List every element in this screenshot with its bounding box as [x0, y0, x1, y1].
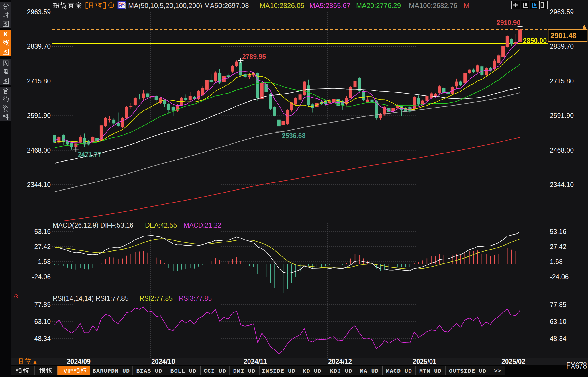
- svg-text:2715.80: 2715.80: [27, 77, 51, 85]
- svg-text:48.34: 48.34: [34, 335, 51, 342]
- svg-text:2963.59: 2963.59: [27, 8, 51, 16]
- svg-text:FX678: FX678: [566, 360, 587, 371]
- svg-text:MA(50,10,5,20,100,200) MA50:26: MA(50,10,5,20,100,200) MA50:2697.08: [128, 2, 249, 9]
- svg-text:2344.10: 2344.10: [550, 181, 574, 188]
- svg-text:2910.90: 2910.90: [497, 19, 520, 26]
- svg-text:2963.59: 2963.59: [550, 8, 574, 16]
- svg-text:2901.48: 2901.48: [550, 32, 576, 40]
- svg-text:2024/10: 2024/10: [151, 358, 175, 365]
- svg-text:63.10: 63.10: [34, 318, 51, 325]
- svg-text:MACD(26,12,9) DIFF:53.16: MACD(26,12,9) DIFF:53.16: [53, 221, 133, 229]
- svg-text:1.68: 1.68: [38, 258, 51, 265]
- svg-text:MA5:2865.67: MA5:2865.67: [309, 2, 350, 9]
- svg-text:-24.06: -24.06: [550, 273, 569, 281]
- svg-text:2025/01: 2025/01: [413, 358, 436, 365]
- svg-text:2591.90: 2591.90: [27, 112, 51, 119]
- svg-text:77.85: 77.85: [34, 301, 51, 308]
- svg-text:27.42: 27.42: [550, 243, 567, 250]
- svg-text:53.16: 53.16: [550, 228, 567, 235]
- svg-text:63.10: 63.10: [550, 318, 567, 325]
- svg-text:BIAS_UD: BIAS_UD: [136, 368, 162, 374]
- svg-text:27.42: 27.42: [34, 243, 51, 250]
- svg-text:RSI2:77.85: RSI2:77.85: [140, 295, 173, 302]
- svg-text:-24.06: -24.06: [32, 273, 51, 281]
- svg-text:VIP: VIP: [63, 367, 73, 374]
- svg-text:DEA:42.55: DEA:42.55: [145, 221, 177, 229]
- svg-text:MA_UD: MA_UD: [360, 368, 379, 374]
- svg-text:2344.10: 2344.10: [27, 181, 51, 188]
- svg-text:2024/12: 2024/12: [328, 358, 352, 365]
- svg-text:2850.00: 2850.00: [523, 37, 547, 44]
- svg-text:77.85: 77.85: [550, 301, 567, 308]
- svg-text:2471.77: 2471.77: [78, 151, 101, 158]
- svg-text:CCI_UD: CCI_UD: [204, 368, 226, 374]
- svg-text:2468.00: 2468.00: [27, 147, 51, 154]
- svg-text:RSI3:77.85: RSI3:77.85: [179, 295, 212, 302]
- svg-text:MACD:21.22: MACD:21.22: [184, 221, 222, 229]
- svg-text:BOLL_UD: BOLL_UD: [170, 368, 196, 374]
- svg-text:MACD_UD: MACD_UD: [386, 368, 412, 374]
- svg-text:53.16: 53.16: [34, 228, 51, 235]
- svg-text:2024/11: 2024/11: [244, 358, 267, 365]
- svg-text:INSIDE_UD: INSIDE_UD: [262, 368, 295, 374]
- svg-text:BARUPDN_UD: BARUPDN_UD: [93, 368, 130, 374]
- svg-text:MTM_UD: MTM_UD: [419, 368, 442, 374]
- svg-text:2715.80: 2715.80: [550, 77, 574, 85]
- svg-text:2468.00: 2468.00: [550, 147, 574, 154]
- svg-text:MA100:2682.76: MA100:2682.76: [409, 2, 457, 9]
- svg-text:48.34: 48.34: [550, 335, 567, 342]
- svg-text:K: K: [3, 31, 8, 38]
- svg-text:MA20:2776.29: MA20:2776.29: [356, 2, 401, 9]
- svg-text:2591.90: 2591.90: [550, 112, 574, 119]
- svg-text:2839.70: 2839.70: [27, 43, 51, 50]
- svg-text:KDJ_UD: KDJ_UD: [330, 368, 352, 374]
- svg-text:2025/02: 2025/02: [501, 358, 525, 365]
- svg-text:2789.95: 2789.95: [242, 53, 266, 60]
- svg-text:1.68: 1.68: [550, 258, 563, 265]
- svg-text:MA10:2826.05: MA10:2826.05: [260, 2, 304, 9]
- svg-text:>>: >>: [494, 368, 501, 374]
- svg-text:2839.70: 2839.70: [550, 43, 574, 50]
- svg-text:DMI_UD: DMI_UD: [233, 368, 255, 374]
- svg-text:OUTSIDE_UD: OUTSIDE_UD: [449, 368, 486, 374]
- svg-text:2536.68: 2536.68: [282, 132, 305, 139]
- svg-text:M: M: [464, 2, 469, 9]
- svg-text:RSI(14,14,14) RSI1:77.85: RSI(14,14,14) RSI1:77.85: [53, 295, 129, 302]
- svg-text:2024/09: 2024/09: [67, 358, 91, 365]
- svg-text:KD_UD: KD_UD: [303, 368, 321, 374]
